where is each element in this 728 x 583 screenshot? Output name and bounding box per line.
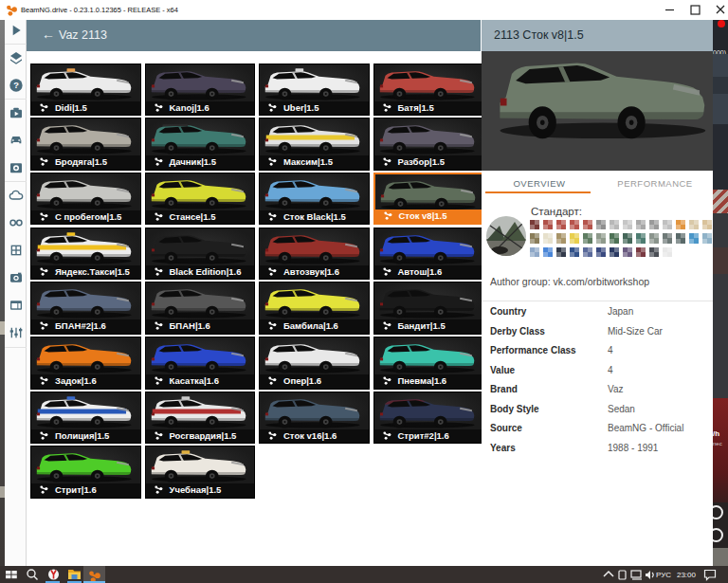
svg-text:?: ? — [13, 81, 19, 90]
